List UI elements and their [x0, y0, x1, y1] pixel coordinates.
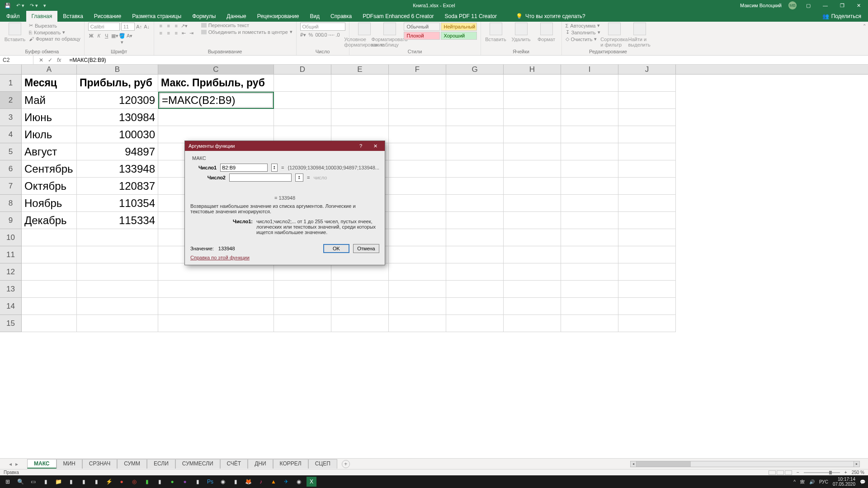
cell[interactable]	[561, 178, 618, 195]
close-icon[interactable]: ✕	[854, 2, 863, 9]
cell[interactable]: Декабрь	[22, 212, 77, 229]
sheet-tab[interactable]: СУММ	[117, 459, 147, 469]
copy-button[interactable]: ⎘Копировать▾	[29, 29, 80, 35]
percent-icon[interactable]: %	[308, 32, 314, 38]
hscroll-right-icon[interactable]: ▸	[854, 461, 860, 467]
avatar[interactable]: МВ	[788, 1, 797, 9]
accept-formula-icon[interactable]: ✓	[48, 57, 52, 63]
app-icon-6[interactable]: ●	[117, 477, 127, 487]
cell[interactable]	[331, 298, 389, 315]
find-select-button[interactable]: Найти и выделить	[628, 23, 651, 47]
align-top-icon[interactable]: ≡	[158, 23, 164, 29]
orientation-icon[interactable]: ↗▾	[181, 23, 187, 29]
cell[interactable]: Сентябрь	[22, 160, 77, 178]
cell[interactable]	[561, 195, 618, 212]
cell[interactable]	[618, 281, 676, 298]
indent-inc-icon[interactable]: ⇥	[189, 30, 195, 36]
app-icon-7[interactable]: ◎	[129, 477, 139, 487]
cell[interactable]: Август	[22, 143, 77, 160]
grow-font-icon[interactable]: A↑	[136, 23, 142, 30]
cell[interactable]	[618, 160, 676, 178]
cell[interactable]: Октябрь	[22, 178, 77, 195]
italic-button[interactable]: К	[96, 33, 102, 39]
sheet-tab[interactable]: МИН	[57, 459, 82, 469]
cell[interactable]	[389, 75, 446, 92]
tab-help[interactable]: Справка	[325, 11, 357, 22]
dec-decimal-icon[interactable]: ←.0	[331, 32, 337, 38]
app-icon-10[interactable]: ●	[167, 477, 177, 487]
formula-input[interactable]: =МАКС(B2:B9)	[66, 57, 868, 63]
cell[interactable]	[504, 178, 561, 195]
cell[interactable]	[274, 75, 331, 92]
dialog-titlebar[interactable]: Аргументы функции ? ✕	[185, 141, 385, 151]
cell[interactable]	[389, 143, 446, 160]
cell[interactable]	[561, 92, 618, 109]
cell[interactable]	[77, 281, 158, 298]
minimize-icon[interactable]: —	[820, 2, 830, 9]
cell[interactable]	[561, 281, 618, 298]
bold-button[interactable]: Ж	[88, 33, 94, 39]
cell[interactable]	[22, 263, 77, 281]
cell[interactable]	[561, 126, 618, 143]
select-all-corner[interactable]	[0, 65, 22, 74]
row-header[interactable]: 11	[0, 246, 22, 263]
row-header[interactable]: 10	[0, 229, 22, 246]
clear-button[interactable]: ◇Очистить▾	[566, 36, 600, 42]
ribbon-options-icon[interactable]: ▢	[803, 2, 813, 9]
cell[interactable]	[561, 143, 618, 160]
cell[interactable]	[389, 109, 446, 126]
notifications-icon[interactable]: 💬	[860, 479, 865, 484]
sheet-tab[interactable]: ЕСЛИ	[147, 459, 175, 469]
name-box[interactable]: C2	[0, 56, 33, 64]
clock[interactable]: 10:17:14 07.05.2020	[833, 477, 855, 487]
row-header[interactable]: 13	[0, 281, 22, 298]
collapse-ribbon-icon[interactable]: ⌃	[863, 23, 866, 28]
sheet-tab[interactable]: СРЗНАЧ	[82, 459, 117, 469]
cell[interactable]	[22, 229, 77, 246]
row-header[interactable]: 6	[0, 160, 22, 178]
number-format-combo[interactable]: Общий	[300, 23, 345, 31]
comma-icon[interactable]: 000	[316, 32, 322, 38]
add-sheet-button[interactable]: +	[342, 460, 350, 468]
cell[interactable]	[446, 195, 504, 212]
cell[interactable]	[77, 315, 158, 332]
cell[interactable]	[561, 263, 618, 281]
align-middle-icon[interactable]: ≡	[165, 23, 172, 29]
app-icon-5[interactable]: ⚡	[104, 477, 114, 487]
cell[interactable]	[389, 298, 446, 315]
currency-icon[interactable]: ₽▾	[300, 32, 307, 38]
indent-dec-icon[interactable]: ⇤	[181, 30, 187, 36]
cell[interactable]: 110354	[77, 195, 158, 212]
cell[interactable]: 94897	[77, 143, 158, 160]
cell[interactable]: Прибыль, руб	[77, 75, 158, 92]
cell[interactable]: Месяц	[22, 75, 77, 92]
horizontal-scrollbar[interactable]: ◂ ▸	[630, 461, 860, 467]
tab-file[interactable]: Файл	[0, 11, 26, 22]
sheet-prev-icon[interactable]: ◂	[9, 461, 12, 467]
cell[interactable]	[331, 281, 389, 298]
cell[interactable]	[158, 298, 274, 315]
cell[interactable]	[618, 315, 676, 332]
tab-data[interactable]: Данные	[221, 11, 251, 22]
sheet-tab[interactable]: СЧЁТ	[220, 459, 248, 469]
cell[interactable]	[618, 75, 676, 92]
sheet-tab[interactable]: СЦЕП	[308, 459, 337, 469]
cell[interactable]: Май	[22, 92, 77, 109]
tab-home[interactable]: Главная	[26, 11, 58, 22]
delete-cells-button[interactable]: Удалить	[510, 23, 533, 42]
row-header[interactable]: 5	[0, 143, 22, 160]
cell[interactable]	[389, 229, 446, 246]
row-header[interactable]: 4	[0, 126, 22, 143]
tab-review[interactable]: Рецензирование	[252, 11, 305, 22]
tab-layout[interactable]: Разметка страницы	[127, 11, 187, 22]
cell[interactable]	[504, 246, 561, 263]
app-icon-12[interactable]: ▮	[193, 477, 203, 487]
arg1-input[interactable]: B2:B9	[220, 164, 268, 172]
underline-button[interactable]: Ч	[104, 33, 110, 39]
row-header[interactable]: 12	[0, 263, 22, 281]
cell[interactable]	[618, 229, 676, 246]
cell[interactable]	[22, 281, 77, 298]
cut-button[interactable]: ✂Вырезать	[29, 23, 80, 28]
format-cells-button[interactable]: Формат	[535, 23, 558, 42]
cell[interactable]	[504, 298, 561, 315]
